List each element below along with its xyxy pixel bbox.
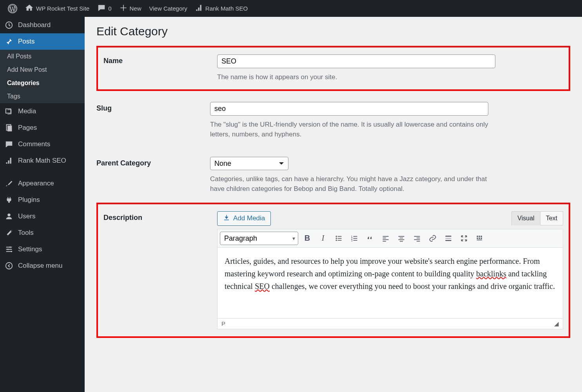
sidebar-item-appearance[interactable]: Appearance xyxy=(0,175,85,192)
link-button[interactable] xyxy=(426,232,439,245)
sidebar-label: Comments xyxy=(18,140,50,148)
align-right-button[interactable] xyxy=(410,232,424,245)
sidebar-label: Plugins xyxy=(18,196,40,204)
editor-content-area[interactable]: Articles, guides, and resources to help … xyxy=(218,248,563,318)
svg-rect-22 xyxy=(383,238,386,238)
pages-icon xyxy=(5,123,13,132)
home-icon xyxy=(25,4,34,13)
dashboard-icon xyxy=(5,21,13,29)
svg-rect-10 xyxy=(338,236,342,237)
sidebar-label: Appearance xyxy=(18,180,54,187)
parent-select[interactable]: None xyxy=(210,157,288,170)
fullscreen-button[interactable] xyxy=(457,232,471,245)
svg-rect-12 xyxy=(338,238,342,239)
site-title: WP Rocket Test Site xyxy=(36,5,89,12)
svg-rect-30 xyxy=(417,238,420,238)
number-list-button[interactable]: 123 xyxy=(348,232,361,245)
chart-icon xyxy=(5,156,13,165)
submenu-tags[interactable]: Tags xyxy=(0,90,85,103)
svg-rect-24 xyxy=(383,241,386,241)
sidebar-label: Rank Math SEO xyxy=(18,157,66,165)
admin-bar: WP Rocket Test Site 0 New View Category … xyxy=(0,0,582,17)
svg-rect-14 xyxy=(338,240,342,241)
view-category-link[interactable]: View Category xyxy=(145,0,191,17)
sidebar-item-plugins[interactable]: Plugins xyxy=(0,192,85,208)
brush-icon xyxy=(5,179,13,188)
svg-point-7 xyxy=(11,251,13,252)
name-input[interactable] xyxy=(217,54,495,68)
bold-button[interactable]: B xyxy=(301,232,314,245)
name-label: Name xyxy=(103,54,217,82)
sidebar-label: Media xyxy=(18,107,36,115)
slug-input[interactable] xyxy=(210,102,488,116)
read-more-button[interactable] xyxy=(442,232,455,245)
admin-sidebar: Dashboard Posts All Posts Add New Post C… xyxy=(0,17,85,392)
svg-rect-42 xyxy=(477,240,482,240)
svg-point-6 xyxy=(7,249,9,250)
format-select[interactable]: Paragraph xyxy=(220,232,298,245)
element-path[interactable]: P xyxy=(221,320,225,327)
sidebar-item-pages[interactable]: Pages xyxy=(0,120,85,136)
svg-point-8 xyxy=(6,263,13,269)
svg-rect-31 xyxy=(414,239,420,240)
svg-rect-16 xyxy=(354,236,357,237)
sidebar-item-posts[interactable]: Posts xyxy=(0,33,85,50)
collapse-menu[interactable]: Collapse menu xyxy=(0,258,85,274)
svg-rect-33 xyxy=(446,236,451,237)
sidebar-label: Tools xyxy=(18,229,34,237)
collapse-icon xyxy=(5,261,13,270)
posts-submenu: All Posts Add New Post Categories Tags xyxy=(0,50,85,103)
site-link[interactable]: WP Rocket Test Site xyxy=(21,0,93,17)
submenu-categories[interactable]: Categories xyxy=(0,76,85,90)
sidebar-item-dashboard[interactable]: Dashboard xyxy=(0,17,85,33)
slug-description: The "slug" is the URL-friendly version o… xyxy=(210,120,488,140)
svg-point-13 xyxy=(336,240,337,241)
comments-link[interactable]: 0 xyxy=(93,0,115,17)
view-category-label: View Category xyxy=(149,5,187,12)
sidebar-label: Users xyxy=(18,212,35,220)
new-content-link[interactable]: New xyxy=(116,0,145,17)
svg-rect-40 xyxy=(479,238,480,239)
sidebar-item-rank-math[interactable]: Rank Math SEO xyxy=(0,152,85,169)
tab-visual[interactable]: Visual xyxy=(511,211,540,225)
sidebar-item-settings[interactable]: Settings xyxy=(0,241,85,258)
quote-button[interactable] xyxy=(363,232,377,245)
svg-rect-37 xyxy=(479,236,480,237)
toolbar-toggle-button[interactable] xyxy=(473,232,486,245)
sliders-icon xyxy=(5,245,13,254)
sidebar-item-tools[interactable]: Tools xyxy=(0,225,85,241)
wp-logo[interactable] xyxy=(4,0,21,17)
sidebar-label: Settings xyxy=(18,245,42,253)
svg-rect-32 xyxy=(417,241,420,241)
media-icon xyxy=(223,214,230,223)
page-title: Edit Category xyxy=(96,25,570,38)
svg-rect-35 xyxy=(446,240,451,241)
rank-math-link[interactable]: Rank Math SEO xyxy=(191,0,252,17)
bullet-list-button[interactable] xyxy=(332,232,345,245)
sidebar-label: Pages xyxy=(18,124,37,132)
svg-text:3: 3 xyxy=(351,239,353,241)
svg-rect-27 xyxy=(399,239,404,240)
submenu-all-posts[interactable]: All Posts xyxy=(0,50,85,63)
sidebar-item-media[interactable]: Media xyxy=(0,103,85,120)
comments-count: 0 xyxy=(108,5,111,12)
svg-point-11 xyxy=(336,238,337,239)
comment-icon xyxy=(97,4,106,13)
field-row-parent: Parent Category None Categories, unlike … xyxy=(96,148,570,203)
italic-button[interactable]: I xyxy=(316,232,330,245)
main-content: Edit Category Name The name is how it ap… xyxy=(85,17,582,392)
svg-rect-21 xyxy=(383,236,389,237)
submenu-add-new[interactable]: Add New Post xyxy=(0,63,85,76)
sidebar-item-comments[interactable]: Comments xyxy=(0,136,85,152)
wrench-icon xyxy=(5,229,13,237)
resize-handle[interactable]: ◢ xyxy=(554,320,559,327)
svg-rect-41 xyxy=(481,238,482,239)
tab-text[interactable]: Text xyxy=(540,211,563,225)
editor-toolbar: Paragraph B I 123 xyxy=(218,229,563,248)
align-left-button[interactable] xyxy=(379,232,392,245)
svg-point-9 xyxy=(336,236,337,237)
editor-statusbar: P ◢ xyxy=(218,318,563,329)
add-media-button[interactable]: Add Media xyxy=(217,211,271,226)
align-center-button[interactable] xyxy=(395,232,408,245)
sidebar-item-users[interactable]: Users xyxy=(0,208,85,225)
